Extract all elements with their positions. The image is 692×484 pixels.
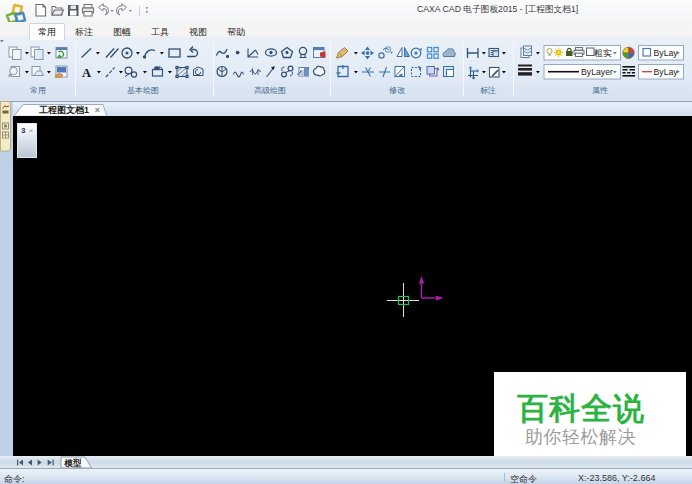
svg-text:模型: 模型 [64, 458, 83, 468]
